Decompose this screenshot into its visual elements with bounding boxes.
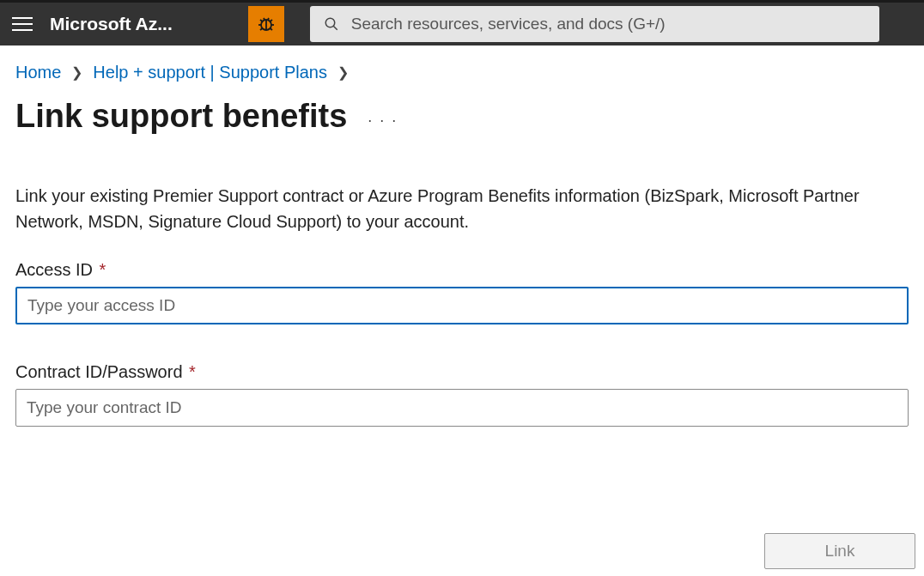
- chevron-right-icon: ❯: [337, 64, 349, 81]
- top-bar: Microsoft Az...: [0, 0, 924, 45]
- contract-id-label-text: Contract ID/Password: [15, 362, 183, 381]
- more-actions-button[interactable]: · · ·: [368, 112, 398, 130]
- contract-id-label: Contract ID/Password *: [15, 362, 909, 382]
- svg-line-7: [270, 28, 272, 30]
- breadcrumb: Home ❯ Help + support | Support Plans ❯: [15, 63, 909, 82]
- breadcrumb-home[interactable]: Home: [15, 63, 61, 82]
- bug-icon: [256, 14, 277, 34]
- page-title: Link support benefits: [15, 98, 347, 135]
- search-input[interactable]: [351, 15, 866, 33]
- link-button[interactable]: Link: [764, 533, 915, 569]
- svg-line-9: [333, 26, 337, 30]
- search-box[interactable]: [310, 6, 879, 42]
- svg-line-5: [270, 20, 272, 21]
- svg-line-6: [260, 28, 263, 30]
- svg-line-4: [260, 20, 263, 21]
- page-description: Link your existing Premier Support contr…: [15, 183, 909, 234]
- contract-id-group: Contract ID/Password *: [15, 362, 909, 427]
- chevron-right-icon: ❯: [71, 64, 82, 81]
- required-asterisk: *: [100, 260, 106, 279]
- svg-point-8: [325, 18, 335, 27]
- access-id-label: Access ID *: [15, 260, 909, 280]
- required-asterisk: *: [189, 362, 196, 381]
- page-title-row: Link support benefits · · ·: [15, 98, 909, 135]
- brand-title[interactable]: Microsoft Az...: [50, 14, 173, 34]
- access-id-group: Access ID *: [15, 260, 909, 324]
- access-id-input[interactable]: [15, 287, 909, 324]
- breadcrumb-help-support[interactable]: Help + support | Support Plans: [93, 63, 327, 82]
- button-row: Link: [764, 533, 915, 569]
- bug-report-button[interactable]: [248, 6, 284, 42]
- main-content: Home ❯ Help + support | Support Plans ❯ …: [0, 45, 924, 482]
- hamburger-menu-button[interactable]: [10, 12, 34, 36]
- search-icon: [324, 16, 339, 32]
- contract-id-input[interactable]: [15, 389, 909, 427]
- access-id-label-text: Access ID: [15, 260, 93, 279]
